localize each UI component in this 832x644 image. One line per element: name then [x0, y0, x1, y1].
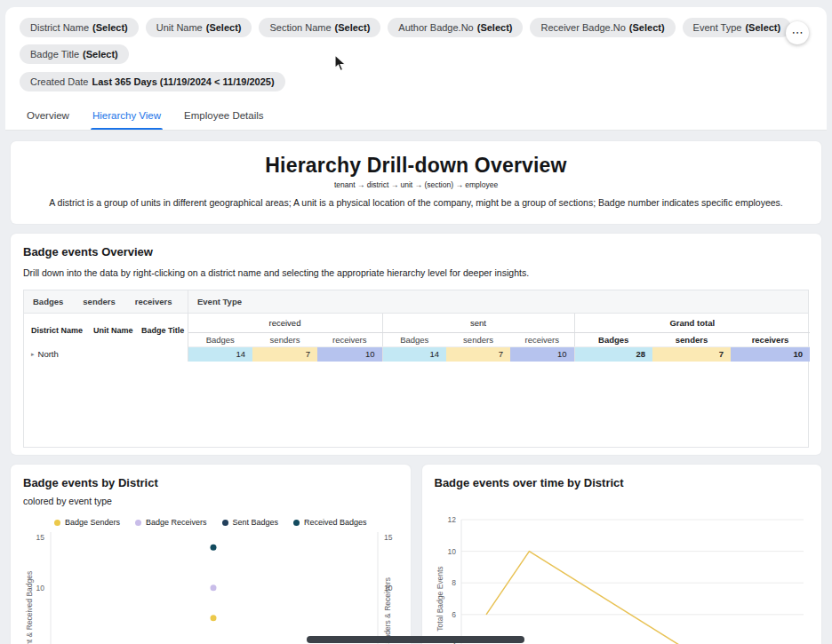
measure-header-row: Badgessendersreceivers Event Type	[24, 290, 808, 314]
badge-title-cell	[134, 346, 188, 362]
pivot-value-cell: 14	[188, 346, 252, 362]
filter-value: (Select)	[477, 22, 513, 33]
legend-label: Received Badges	[304, 518, 367, 527]
column-header-district-name: District Name	[24, 314, 86, 346]
filter-value: (Select)	[206, 22, 242, 33]
scatter-point-received-badges	[211, 545, 217, 551]
pivot-value-cell: 7	[446, 346, 510, 362]
scatter-legend: Badge SendersBadge ReceiversSent BadgesR…	[23, 518, 398, 527]
pivot-table: Badgessendersreceivers Event Type Distri…	[23, 290, 809, 448]
tab-employee-details[interactable]: Employee Details	[173, 103, 274, 130]
svg-text:Sent & Received Badges: Sent & Received Badges	[25, 571, 34, 644]
legend-dot	[135, 520, 141, 526]
filter-bar: District Name(Select)Unit Name(Select)Se…	[5, 7, 827, 131]
filter-label: District Name	[30, 22, 89, 33]
svg-text:15: 15	[384, 533, 393, 542]
created-date-filter[interactable]: Created Date Last 365 Days (11/19/2024 <…	[20, 72, 285, 91]
legend-dot	[222, 520, 228, 526]
svg-text:12: 12	[447, 515, 456, 524]
measure-tab-badges[interactable]: Badges	[33, 297, 63, 306]
filter-event-type[interactable]: Event Type(Select)	[683, 18, 792, 37]
svg-text:15: 15	[36, 533, 45, 542]
filter-value: (Select)	[92, 22, 128, 33]
legend-item-badge-senders[interactable]: Badge Senders	[54, 518, 120, 527]
pivot-value-cell: 7	[252, 346, 317, 362]
pivot-hint: Drill down into the data by right-clicki…	[23, 267, 809, 278]
district-name-cell[interactable]: ▸North	[24, 346, 86, 362]
legend-item-badge-receivers[interactable]: Badge Receivers	[135, 518, 207, 527]
legend-dot	[293, 520, 300, 526]
date-filter-row: Created Date Last 365 Days (11/19/2024 <…	[5, 72, 827, 91]
column-header-unit-name: Unit Name	[86, 314, 134, 346]
dashboard-content: Hierarchy Drill-down Overview tenant → d…	[0, 131, 832, 644]
line-series-north	[486, 552, 788, 644]
filter-unit-name[interactable]: Unit Name(Select)	[146, 18, 252, 37]
expander-icon[interactable]: ▸	[31, 351, 35, 357]
table-empty-area	[24, 362, 808, 447]
hero-card: Hierarchy Drill-down Overview tenant → d…	[11, 141, 821, 224]
badge-events-overview-card: Badge events Overview Drill down into th…	[11, 234, 821, 455]
event-type-header: Event Type	[188, 290, 251, 313]
badge-events-by-district-card: Badge events by District colored by even…	[11, 465, 411, 644]
filter-section-name[interactable]: Section Name(Select)	[259, 18, 380, 37]
sub-header-grand-total-senders: senders	[652, 332, 731, 346]
svg-text:10: 10	[36, 584, 45, 592]
group-header-sent: sent	[382, 314, 574, 332]
badge-events-over-time-card: Badge events over time by District 12108…	[422, 465, 822, 644]
pivot-value-cell: 10	[317, 346, 382, 362]
sub-header-grand-total-receivers: receivers	[731, 332, 810, 346]
svg-text:8: 8	[452, 578, 456, 587]
page-title: Hierarchy Drill-down Overview	[32, 154, 800, 178]
tab-hierarchy-view[interactable]: Hierarchy View	[82, 103, 172, 130]
scatter-point-badge-receivers	[211, 584, 217, 591]
created-date-value: Last 365 Days (11/19/2024 < 11/19/2025)	[92, 76, 274, 87]
sub-header-received-badges: Badges	[188, 332, 252, 346]
pivot-value-cell: 10	[510, 346, 574, 362]
scatter-subtitle: colored by event type	[23, 496, 398, 506]
filter-label: Event Type	[693, 22, 742, 33]
created-date-label: Created Date	[30, 76, 88, 87]
bottom-scrollbar-thumb[interactable]	[307, 636, 524, 643]
svg-text:Senders & Receivers: Senders & Receivers	[383, 577, 392, 644]
tab-overview[interactable]: Overview	[16, 103, 80, 130]
legend-label: Badge Receivers	[146, 518, 207, 527]
filter-label: Section Name	[269, 22, 331, 33]
filter-value: (Select)	[629, 22, 665, 33]
svg-text:Total Badge Events: Total Badge Events	[436, 566, 444, 631]
svg-text:6: 6	[452, 610, 456, 619]
pivot-value-cell: 10	[731, 346, 810, 362]
hierarchy-path: tenant → district → unit → (section) → e…	[32, 180, 800, 189]
svg-text:10: 10	[447, 547, 456, 556]
sub-header-received-senders: senders	[252, 332, 317, 346]
pivot-title: Badge events Overview	[23, 245, 809, 258]
pivot-row: ▸North147101471028710	[24, 346, 810, 362]
hierarchy-description: A district is a group of units in differ…	[32, 197, 800, 208]
filter-value: (Select)	[335, 22, 371, 33]
pivot-grid: District NameUnit NameBadge Titlereceive…	[24, 314, 810, 362]
filter-district-name[interactable]: District Name(Select)	[20, 18, 139, 37]
filter-author-badge-no[interactable]: Author Badge.No(Select)	[388, 18, 523, 37]
legend-label: Badge Senders	[65, 518, 120, 527]
scatter-title: Badge events by District	[23, 476, 398, 489]
sub-header-sent-receivers: receivers	[510, 332, 574, 346]
pivot-value-cell: 14	[382, 346, 446, 362]
filter-pill-row: District Name(Select)Unit Name(Select)Se…	[5, 18, 827, 64]
legend-dot	[54, 520, 60, 526]
filter-label: Author Badge.No	[398, 22, 473, 33]
measure-tab-senders[interactable]: senders	[83, 297, 115, 306]
measure-tab-receivers[interactable]: receivers	[135, 297, 172, 306]
tab-bar: OverviewHierarchy ViewEmployee Details	[5, 103, 827, 131]
line-chart: 12108642Nov 2024Dec 2024Jan 2025Feb 2025…	[435, 498, 808, 644]
sub-header-sent-badges: Badges	[382, 332, 446, 346]
filter-receiver-badge-no[interactable]: Receiver Badge.No(Select)	[530, 18, 675, 37]
legend-item-sent-badges[interactable]: Sent Badges	[222, 518, 279, 527]
filter-label: Receiver Badge.No	[540, 22, 625, 33]
filter-value: (Select)	[83, 49, 118, 60]
filter-badge-title[interactable]: Badge Title(Select)	[20, 44, 129, 64]
line-title: Badge events over time by District	[435, 476, 810, 489]
group-header-received: received	[188, 314, 382, 332]
legend-item-received-badges[interactable]: Received Badges	[293, 518, 367, 527]
filter-value: (Select)	[745, 22, 780, 33]
more-options-button[interactable]: ⋯	[786, 21, 809, 44]
filter-label: Unit Name	[156, 22, 203, 33]
